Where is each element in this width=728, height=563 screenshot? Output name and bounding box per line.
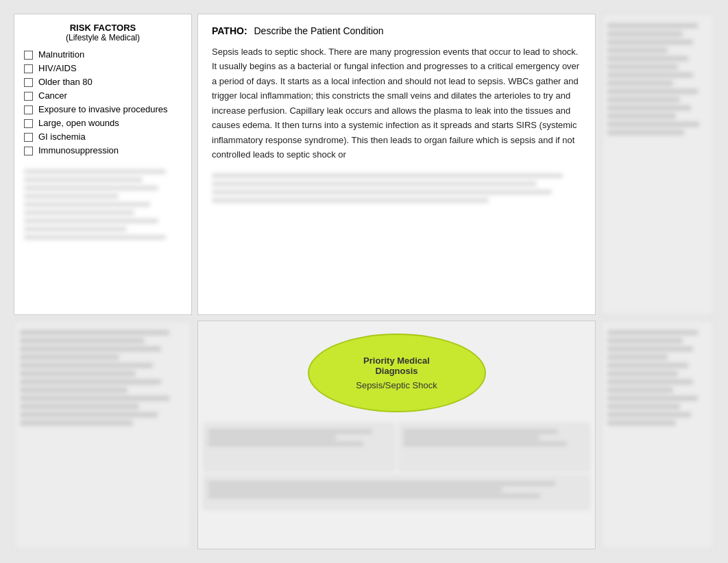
bottom-right-panel <box>601 321 714 549</box>
bullet-icon <box>24 92 33 101</box>
bullet-icon <box>24 147 33 155</box>
patho-desc: Describe the Patient Condition <box>254 25 383 36</box>
priority-diagnosis: Sepsis/Septic Shock <box>356 380 437 390</box>
priority-label-line1: Priority Medical <box>363 355 430 366</box>
bottom-left-panel <box>14 321 192 549</box>
list-item: Older than 80 <box>24 77 182 87</box>
top-right-panel <box>601 14 714 315</box>
bullet-icon <box>24 78 33 87</box>
patho-panel: PATHO: Describe the Patient Condition Se… <box>197 14 596 315</box>
list-item: GI ischemia <box>24 132 182 142</box>
list-item: Malnutrition <box>24 49 182 60</box>
patho-label: PATHO: <box>212 25 247 36</box>
risk-item-label: Large, open wounds <box>38 118 119 128</box>
risk-factors-panel: RISK FACTORS (Lifestyle & Medical) Malnu… <box>14 14 192 315</box>
risk-factors-title: RISK FACTORS <box>24 23 182 33</box>
risk-item-label: HIV/AIDS <box>38 63 77 73</box>
bottom-center-panel: Priority Medical Diagnosis Sepsis/Septic… <box>197 321 596 549</box>
risk-item-label: Malnutrition <box>38 49 84 60</box>
bullet-icon <box>24 51 33 60</box>
list-item: Large, open wounds <box>24 118 182 128</box>
bullet-icon <box>24 119 33 128</box>
bullet-icon <box>24 105 33 114</box>
risk-factors-subtitle: (Lifestyle & Medical) <box>24 33 182 42</box>
patho-header: PATHO: Describe the Patient Condition <box>212 25 581 36</box>
list-item: HIV/AIDS <box>24 63 182 73</box>
risk-item-label: Exposure to invasive procedures <box>38 104 168 114</box>
bullet-icon <box>24 64 33 73</box>
list-item: Immunosuppression <box>24 145 182 155</box>
bullet-icon <box>24 133 33 142</box>
list-item: Exposure to invasive procedures <box>24 104 182 114</box>
risk-item-label: Cancer <box>38 90 67 101</box>
patho-body: Sepsis leads to septic shock. There are … <box>212 45 581 162</box>
risk-item-label: Older than 80 <box>38 77 93 87</box>
list-item: Cancer <box>24 90 182 101</box>
priority-oval: Priority Medical Diagnosis Sepsis/Septic… <box>308 334 486 412</box>
risk-item-label: Immunosuppression <box>38 145 119 155</box>
priority-label-line2: Diagnosis <box>375 366 417 376</box>
priority-oval-container: Priority Medical Diagnosis Sepsis/Septic… <box>198 321 595 412</box>
risk-item-label: GI ischemia <box>38 132 86 142</box>
